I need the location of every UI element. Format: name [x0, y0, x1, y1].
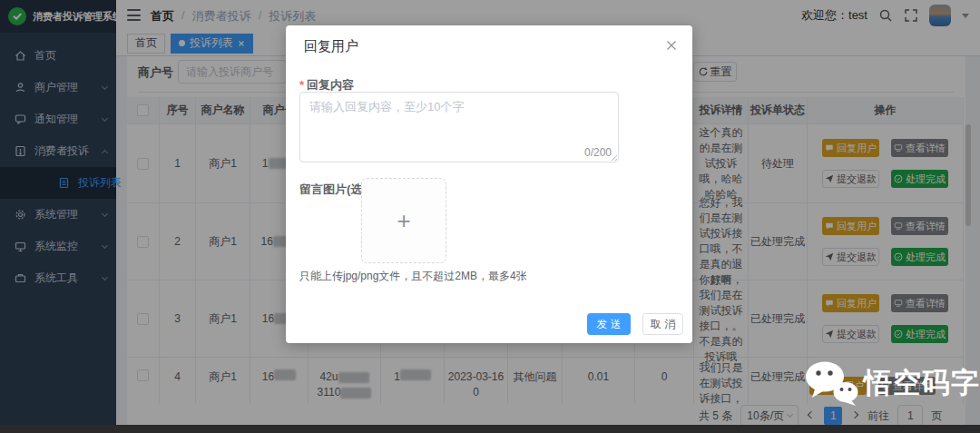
watermark-text: 悟空码字: [864, 364, 980, 402]
plus-icon: +: [397, 209, 410, 232]
cancel-button[interactable]: 取 消: [642, 313, 683, 335]
wechat-logo-icon: [802, 359, 862, 407]
send-button[interactable]: 发 送: [587, 313, 631, 335]
close-icon[interactable]: [665, 39, 678, 52]
consumer-complaint-admin: 消费者投诉管理系统 首页 商户管理 通知管理 消费者投诉: [0, 0, 980, 433]
required-asterisk: *: [299, 78, 304, 92]
upload-hint: 只能上传jpg/png文件，且不超过2MB，最多4张: [299, 269, 527, 284]
char-counter: 0/200: [584, 146, 612, 159]
image-upload-box[interactable]: +: [361, 178, 446, 263]
reply-user-modal: 回复用户 *回复内容 0/200 留言图片(选填) + 只能上传jpg/png文…: [286, 25, 692, 343]
modal-title: 回复用户: [304, 38, 358, 55]
reply-textarea-wrap: 0/200: [299, 92, 619, 162]
reply-content-textarea[interactable]: [299, 92, 619, 162]
watermark: 悟空码字: [802, 359, 980, 407]
